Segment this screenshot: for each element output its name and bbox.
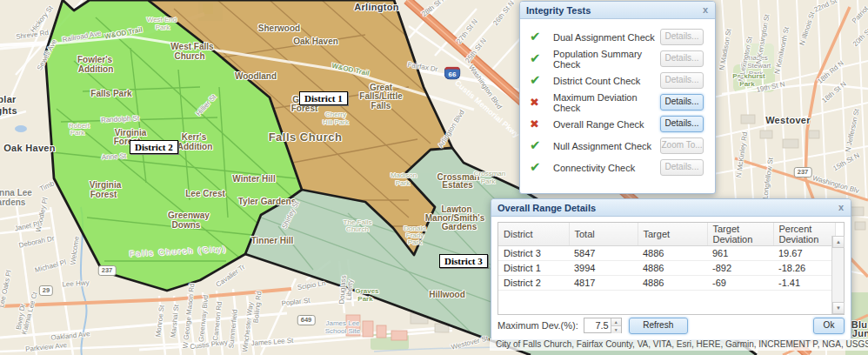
table-scrollbar[interactable]: ▲ ▼ xyxy=(831,236,844,314)
integrity-test-row: ✔Population Summary CheckDetails... xyxy=(520,48,715,70)
test-label: Maximum Deviation Check xyxy=(553,92,660,113)
column-header[interactable]: Target Deviation xyxy=(707,223,773,246)
max-dev-input[interactable] xyxy=(584,320,611,331)
test-action-button: Details... xyxy=(660,29,704,45)
integrity-tests-list: ✔Dual Assignment CheckDetails...✔Populat… xyxy=(520,19,715,178)
table-cell: -18.26 xyxy=(773,261,835,276)
test-label: Population Summary Check xyxy=(553,49,660,70)
test-label: Null Assignment Check xyxy=(553,141,660,151)
district-1-label: District 1 xyxy=(299,91,348,105)
test-action-button: Details... xyxy=(660,72,704,89)
overall-range-header[interactable]: Overall Range Details x xyxy=(491,199,851,217)
max-dev-label: Maximum Dev.(%): xyxy=(497,320,578,331)
close-icon[interactable]: x xyxy=(838,203,845,212)
table-cell: -69 xyxy=(707,276,773,291)
column-header[interactable]: Target xyxy=(638,223,707,246)
overall-range-panel: Overall Range Details x DistrictTotalTar… xyxy=(491,198,851,340)
column-header[interactable]: District xyxy=(498,223,569,246)
test-label: Overall Range Check xyxy=(553,119,660,130)
integrity-test-row: ✔Dual Assignment CheckDetails... xyxy=(520,26,715,48)
stepper-down-icon[interactable]: ▼ xyxy=(611,326,621,333)
table-row[interactable]: District 248174886-69-1.41 xyxy=(498,276,835,291)
close-icon[interactable]: x xyxy=(702,5,709,15)
route-shield: 237 xyxy=(98,265,117,276)
table-cell: -1.41 xyxy=(773,276,835,291)
table-cell: 5847 xyxy=(569,246,638,261)
integrity-tests-title: Integrity Tests xyxy=(526,5,702,16)
stepper-up-icon[interactable]: ▲ xyxy=(611,318,621,326)
integrity-test-row: ✖Maximum Deviation CheckDetails... xyxy=(520,91,715,113)
table-cell: District 2 xyxy=(498,276,569,291)
test-action-button: Details... xyxy=(660,159,704,176)
integrity-test-row: ✔District Count CheckDetails... xyxy=(520,70,715,91)
scroll-up-icon[interactable]: ▲ xyxy=(832,236,845,248)
integrity-tests-panel: Integrity Tests x ✔Dual Assignment Check… xyxy=(519,1,716,194)
max-dev-stepper: ▲ ▼ xyxy=(611,318,621,332)
integrity-test-row: ✖Overall Range CheckDetails... xyxy=(520,113,715,135)
table-row[interactable]: District 35847488696119.67 xyxy=(498,246,835,261)
route-shield: 237 xyxy=(794,167,812,178)
column-header[interactable]: Total xyxy=(569,223,638,246)
check-icon: ✔ xyxy=(530,30,553,44)
x-icon: ✖ xyxy=(530,96,553,109)
overall-range-title: Overall Range Details xyxy=(497,203,838,213)
table-cell: 4886 xyxy=(638,246,707,261)
table-cell: 961 xyxy=(707,246,773,261)
range-table: DistrictTotalTargetTarget DeviationPerce… xyxy=(497,222,845,315)
integrity-tests-header[interactable]: Integrity Tests x xyxy=(520,2,715,19)
table-cell: -892 xyxy=(707,261,773,276)
interstate-66-shield: 66 xyxy=(444,67,461,80)
table-cell: 19.67 xyxy=(773,246,835,261)
ok-button[interactable]: Ok xyxy=(813,318,845,334)
test-action-button[interactable]: Details... xyxy=(660,94,704,111)
check-icon: ✔ xyxy=(530,161,553,174)
map-attribution: City of Falls Church, Fairfax County, VA… xyxy=(490,338,868,351)
column-header[interactable]: Percent Deviation xyxy=(773,223,835,246)
check-icon: ✔ xyxy=(530,52,553,65)
x-icon: ✖ xyxy=(530,117,553,131)
scroll-down-icon[interactable]: ▼ xyxy=(832,302,845,314)
route-shield: 649 xyxy=(297,315,316,325)
check-icon: ✔ xyxy=(530,139,553,152)
table-cell: 3994 xyxy=(569,261,638,276)
max-dev-field: ▲ ▼ xyxy=(584,318,622,333)
district-3-label: District 3 xyxy=(439,254,488,268)
table-cell: 4886 xyxy=(638,276,707,291)
table-row[interactable]: District 139944886-892-18.26 xyxy=(498,261,835,276)
table-cell: District 3 xyxy=(498,246,569,261)
integrity-test-row: ✔Null Assignment CheckZoom To... xyxy=(520,135,715,157)
table-header-row: DistrictTotalTargetTarget DeviationPerce… xyxy=(498,223,835,246)
refresh-button[interactable]: Refresh xyxy=(629,318,688,334)
test-action-button: Details... xyxy=(660,50,704,67)
table-cell: 4817 xyxy=(569,276,638,291)
integrity-test-row: ✔Connectivity CheckDetails... xyxy=(520,157,715,178)
test-label: Dual Assignment Check xyxy=(553,32,660,43)
range-footer: Maximum Dev.(%): ▲ ▼ Refresh Ok xyxy=(497,317,845,334)
route-shield: 29 xyxy=(39,285,53,296)
check-icon: ✔ xyxy=(530,74,553,87)
test-label: District Count Check xyxy=(553,76,660,86)
table-cell: District 1 xyxy=(498,261,569,276)
test-action-button[interactable]: Details... xyxy=(660,116,704,132)
table-cell: 4886 xyxy=(638,261,707,276)
district-2-label: District 2 xyxy=(130,140,178,154)
test-action-button: Zoom To... xyxy=(660,137,704,154)
test-label: Connectivity Check xyxy=(553,163,660,173)
